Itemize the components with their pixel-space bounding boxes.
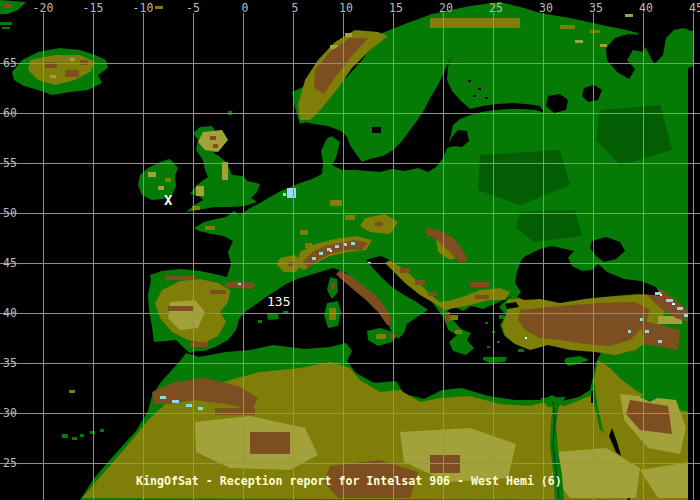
lake-finland-4 xyxy=(485,97,488,99)
land-greenland-speck-2 xyxy=(2,27,10,29)
white-alps xyxy=(330,250,332,252)
lon-label: 5 xyxy=(292,2,299,14)
terrain-corsica-brown xyxy=(331,283,335,289)
terrain-iceland-brown-1 xyxy=(45,62,57,68)
land-canary-3 xyxy=(80,434,84,437)
lon-label: 25 xyxy=(489,2,503,14)
terrain-dinarides-3 xyxy=(428,292,437,296)
snow-armenia-2 xyxy=(658,340,662,343)
terrain-kola-1 xyxy=(560,25,575,29)
terrain-vosges xyxy=(300,230,308,235)
terrain-ireland-olive xyxy=(165,178,171,182)
snow-caucasus-2 xyxy=(666,299,673,302)
lat-label: 55 xyxy=(3,157,17,169)
lon-label: -10 xyxy=(133,2,154,14)
terrain-greece-olive-2 xyxy=(455,330,462,334)
terrain-sahara-brown-2 xyxy=(250,432,290,454)
terrain-madeira xyxy=(69,390,75,393)
snow-caucasus-3 xyxy=(677,307,683,310)
land-canary-2 xyxy=(72,437,77,440)
terrain-jan-mayen xyxy=(155,6,163,9)
lat-label: 50 xyxy=(3,207,17,219)
reception-x-marker: X xyxy=(164,193,172,207)
snow-atlas-3 xyxy=(186,404,192,407)
land-canary-1 xyxy=(62,434,68,438)
terrain-stara-planina xyxy=(470,282,490,287)
terrain-brittany xyxy=(205,226,215,230)
europe-topo-map xyxy=(0,0,700,500)
terrain-iceland-brown-3 xyxy=(80,60,88,65)
terrain-iceland-khaki-1 xyxy=(50,75,56,78)
land-canary-5 xyxy=(100,429,104,432)
terrain-greece-olive-1 xyxy=(450,315,458,320)
terrain-tundra-3 xyxy=(625,14,633,17)
terrain-iceland-brown-2 xyxy=(65,70,79,77)
terrain-scotland-brown-2 xyxy=(213,144,218,148)
lat-label: 65 xyxy=(3,57,17,69)
lake-finland-3 xyxy=(473,95,476,97)
terrain-dinarides-2 xyxy=(415,280,425,285)
lon-label: 40 xyxy=(639,2,653,14)
snow-anatolia-2 xyxy=(628,330,631,333)
terrain-iceland-khaki-2 xyxy=(70,58,75,61)
white-caucasus-2 xyxy=(672,303,675,305)
aegean-island-4 xyxy=(487,346,490,348)
terrain-sierra-nevada xyxy=(190,342,208,347)
terrain-etna xyxy=(390,334,395,338)
snow-alps-4 xyxy=(335,245,339,248)
terrain-pennines xyxy=(222,162,228,180)
snow-atlas-2 xyxy=(172,400,179,403)
map-caption: KingOfSat - Reception report for Intelsa… xyxy=(136,474,562,488)
aegean-island-3 xyxy=(497,341,500,343)
lake-finland-1 xyxy=(468,80,471,82)
lon-label: 10 xyxy=(339,2,353,14)
lon-label: -15 xyxy=(83,2,104,14)
terrain-ireland-khaki-2 xyxy=(158,186,164,190)
terrain-dinarides-1 xyxy=(400,268,410,273)
snow-alps-2 xyxy=(319,252,323,255)
snow-pyrenees xyxy=(238,283,241,285)
terrain-cantabrian xyxy=(165,276,195,280)
terrain-bohemia-brown xyxy=(375,222,383,226)
beam-contour-label: 135 xyxy=(267,295,290,309)
terrain-germany-1 xyxy=(330,200,342,206)
white-anatolia xyxy=(525,337,527,339)
terrain-tundra-1 xyxy=(575,40,583,43)
lon-label: -5 xyxy=(186,2,200,14)
snow-alps-6 xyxy=(351,242,355,245)
terrain-sistema-central xyxy=(168,306,193,311)
lon-label: 30 xyxy=(539,2,553,14)
terrain-wales xyxy=(196,186,204,196)
lon-label: 15 xyxy=(389,2,403,14)
lat-label: 40 xyxy=(3,307,17,319)
terrain-sicily-olive xyxy=(376,334,386,339)
land-rhodes xyxy=(518,349,524,352)
sea-dead-sea xyxy=(591,391,593,403)
land-greenland-speck-1 xyxy=(0,22,12,25)
snow-atlas-4 xyxy=(198,407,203,410)
terrain-scotland-brown-1 xyxy=(210,136,216,140)
terrain-rhodope xyxy=(475,295,489,299)
lon-label: 0 xyxy=(242,2,249,14)
lon-label: -20 xyxy=(33,2,54,14)
lon-label: 35 xyxy=(589,2,603,14)
terrain-jura xyxy=(305,243,312,248)
land-mallorca xyxy=(267,314,279,320)
land-lesbos xyxy=(499,315,505,319)
lake-finland-2 xyxy=(478,88,481,90)
aegean-island-1 xyxy=(485,322,488,324)
snow-armenia-1 xyxy=(645,330,649,333)
lon-label: 20 xyxy=(439,2,453,14)
lat-label: 25 xyxy=(3,457,17,469)
lat-label: 45 xyxy=(3,257,17,269)
lon-label: 45 xyxy=(689,2,700,14)
lat-label: 35 xyxy=(3,357,17,369)
terrain-germany-2 xyxy=(345,215,355,220)
terrain-tundra-2 xyxy=(600,44,607,47)
white-caucasus-1 xyxy=(660,294,662,296)
lake-ijsselmeer xyxy=(287,188,296,198)
snow-atlas-1 xyxy=(160,396,166,399)
reception-map-screen: -20 -15 -10 -5 0 5 10 15 20 25 30 35 40 … xyxy=(0,0,700,500)
land-canary-4 xyxy=(90,431,95,434)
lat-label: 60 xyxy=(3,107,17,119)
